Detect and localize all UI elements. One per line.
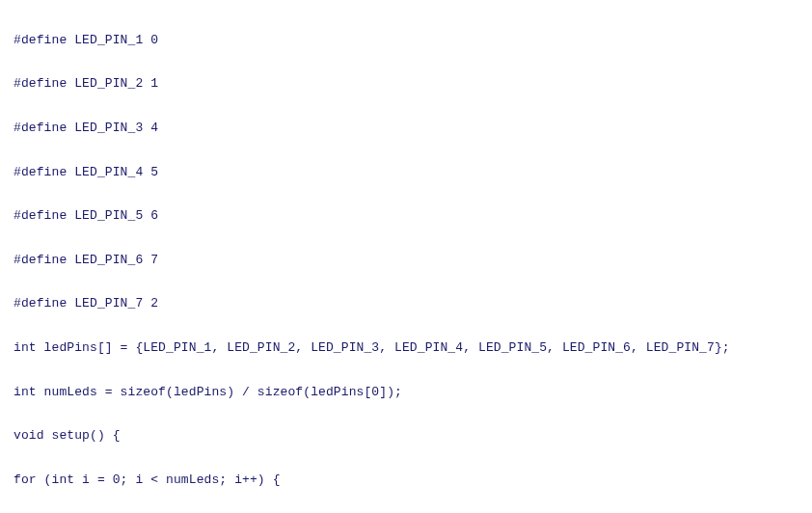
code-line: #define LED_PIN_7 2 xyxy=(14,293,798,315)
code-line: #define LED_PIN_5 6 xyxy=(14,205,798,228)
code-line: int numLeds = sizeof(ledPins) / sizeof(l… xyxy=(14,382,798,404)
code-line: #define LED_PIN_3 4 xyxy=(14,118,798,140)
code-line: void setup() { xyxy=(14,425,798,447)
code-block: #define LED_PIN_1 0 #define LED_PIN_2 1 … xyxy=(0,0,812,513)
code-line: int ledPins[] = {LED_PIN_1, LED_PIN_2, L… xyxy=(14,338,798,360)
code-line: #define LED_PIN_4 5 xyxy=(14,162,798,184)
code-line: #define LED_PIN_2 1 xyxy=(14,73,798,95)
code-line: for (int i = 0; i < numLeds; i++) { xyxy=(14,470,798,492)
code-line: #define LED_PIN_1 0 xyxy=(14,30,798,52)
code-line: #define LED_PIN_6 7 xyxy=(14,250,798,272)
